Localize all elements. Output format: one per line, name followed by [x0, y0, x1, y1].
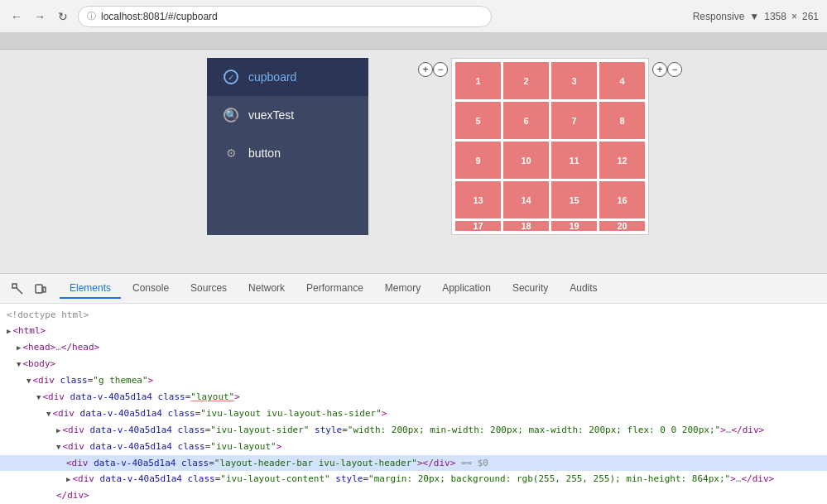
viewport-content: ✓ cupboard 🔍 vuexTest ⚙ button + −: [190, 50, 827, 273]
code-line-header-bar[interactable]: <div data-v-40a5d1a4 class="layout-heade…: [0, 455, 827, 471]
tab-elements[interactable]: Elements: [60, 279, 121, 299]
code-line-sider[interactable]: ▶<div data-v-40a5d1a4 class="ivu-layout-…: [0, 422, 827, 439]
check-circle-icon: ✓: [224, 70, 238, 84]
devtools-elements-content: <!doctype html> ▶<html> ▶<head>…</head> …: [0, 304, 827, 504]
code-body-tag: ▼<body>: [17, 357, 55, 372]
viewport-width: 1358: [764, 11, 786, 22]
tab-memory[interactable]: Memory: [375, 279, 430, 299]
grid-cell-6: 6: [503, 102, 549, 139]
grid-container: 1 2 3 4 5 6 7 8 9 10 11 12 13 14 15 16 1: [451, 58, 649, 235]
code-head-tag: ▶<head>…</head>: [17, 340, 99, 355]
code-sider: ▶<div data-v-40a5d1a4 class="ivu-layout-…: [56, 423, 764, 438]
reload-button[interactable]: ↻: [55, 8, 71, 25]
dropdown-icon[interactable]: ▼: [749, 11, 759, 22]
code-div-g: ▼<div class="g themea">: [26, 373, 153, 388]
grid-cell-11: 11: [551, 142, 597, 179]
devtools-toolbar: Elements Console Sources Network Perform…: [0, 274, 827, 304]
code-line-html[interactable]: ▶<html>: [0, 323, 827, 339]
sidebar-item-vuextest[interactable]: 🔍 vuexTest: [207, 96, 368, 134]
grid-cell-3: 3: [551, 62, 597, 99]
code-layout-content: ▶<div data-v-40a5d1a4 class="ivu-layout-…: [66, 472, 774, 487]
grid-cell-2: 2: [503, 62, 549, 99]
x-separator: ×: [791, 11, 797, 22]
sidebar-item-cupboard[interactable]: ✓ cupboard: [207, 58, 368, 96]
sidebar-item-label-vuextest: vuexTest: [248, 108, 294, 122]
grid-cell-9: 9: [455, 142, 501, 179]
grid-cell-15: 15: [551, 181, 597, 218]
address-bar[interactable]: ⓘ localhost:8081/#/cupboard: [78, 6, 492, 27]
grid-minus-right-button[interactable]: −: [667, 62, 682, 77]
code-html-tag: ▶<html>: [7, 324, 46, 338]
grid-cell-1: 1: [455, 62, 501, 99]
forward-button[interactable]: →: [31, 8, 48, 25]
tab-security[interactable]: Security: [502, 279, 558, 299]
svg-rect-2: [36, 285, 42, 293]
code-line-ivu-layout[interactable]: ▼<div data-v-40a5d1a4 class="ivu-layout …: [0, 406, 827, 422]
device-toolbar-button[interactable]: [30, 278, 51, 300]
grid-cell-5: 5: [455, 102, 501, 139]
grid-panel: + − 1 2 3 4 5 6 7 8 9 10 11 12 13: [418, 58, 682, 235]
code-line-ivu-layout2[interactable]: ▼<div data-v-40a5d1a4 class="ivu-layout"…: [0, 439, 827, 455]
code-ivu-layout: ▼<div data-v-40a5d1a4 class="ivu-layout …: [46, 406, 387, 421]
svg-rect-0: [12, 284, 17, 288]
grid-plus-left-button[interactable]: +: [418, 62, 433, 77]
code-ivu-layout2: ▼<div data-v-40a5d1a4 class="ivu-layout"…: [56, 439, 281, 454]
responsive-controls: Responsive ▼ 1358 × 261: [693, 11, 819, 22]
url-text: localhost:8081/#/cupboard: [101, 11, 218, 22]
code-close-div: </div>: [56, 488, 89, 502]
grid-cell-20: 20: [599, 221, 645, 231]
browser-chrome: ← → ↻ ⓘ localhost:8081/#/cupboard Respon…: [0, 0, 827, 33]
tab-sources[interactable]: Sources: [180, 279, 237, 299]
grid-cell-10: 10: [503, 142, 549, 179]
grid-cell-14: 14: [503, 181, 549, 218]
svg-line-1: [17, 288, 22, 294]
app-sidebar: ✓ cupboard 🔍 vuexTest ⚙ button: [207, 58, 368, 235]
code-line-body[interactable]: ▼<body>: [0, 356, 827, 372]
lock-icon: ⓘ: [87, 10, 96, 22]
sidebar-item-button[interactable]: ⚙ button: [207, 134, 368, 172]
code-line-layout-content[interactable]: ▶<div data-v-40a5d1a4 class="ivu-layout-…: [0, 471, 827, 487]
svg-rect-3: [43, 287, 46, 292]
app-window: ✓ cupboard 🔍 vuexTest ⚙ button + −: [207, 58, 682, 235]
code-line-doctype: <!doctype html>: [0, 307, 827, 323]
grid-controls-right: + −: [652, 58, 682, 77]
code-line-div-g[interactable]: ▼<div class="g themea">: [0, 372, 827, 389]
code-div-layout: ▼<div data-v-40a5d1a4 class="layout">: [36, 390, 240, 405]
grid-cell-16: 16: [599, 181, 645, 218]
inspect-element-button[interactable]: [7, 278, 28, 300]
gear-icon: ⚙: [224, 146, 238, 161]
tab-network[interactable]: Network: [238, 279, 295, 299]
sidebar-item-label-button: button: [248, 146, 281, 160]
sidebar-item-label-cupboard: cupboard: [248, 70, 296, 84]
code-line-div-layout[interactable]: ▼<div data-v-40a5d1a4 class="layout">: [0, 389, 827, 406]
left-sidebar: [0, 50, 190, 273]
code-line-close-div: </div>: [0, 487, 827, 503]
grid-minus-left-button[interactable]: −: [433, 62, 448, 77]
code-doctype: <!doctype html>: [7, 308, 89, 322]
search-icon: 🔍: [224, 108, 238, 122]
grid-cell-7: 7: [551, 102, 597, 139]
grid-cell-12: 12: [599, 142, 645, 179]
ruler-bar: [0, 33, 827, 50]
back-button[interactable]: ←: [8, 8, 25, 25]
grid-cell-4: 4: [599, 62, 645, 99]
grid-cell-8: 8: [599, 102, 645, 139]
code-header-bar: <div data-v-40a5d1a4 class="layout-heade…: [66, 456, 488, 470]
responsive-label: Responsive: [693, 11, 745, 22]
devtools-panel: Elements Console Sources Network Perform…: [0, 273, 827, 504]
tab-console[interactable]: Console: [123, 279, 179, 299]
code-line-head[interactable]: ▶<head>…</head>: [0, 339, 827, 356]
grid-controls-left: + −: [418, 58, 448, 77]
tab-application[interactable]: Application: [432, 279, 501, 299]
viewport: ✓ cupboard 🔍 vuexTest ⚙ button + −: [0, 50, 827, 273]
viewport-height: 261: [802, 11, 819, 22]
grid-plus-right-button[interactable]: +: [652, 62, 667, 77]
grid-cell-18: 18: [503, 221, 549, 231]
tab-audits[interactable]: Audits: [560, 279, 607, 299]
grid-cell-13: 13: [455, 181, 501, 218]
grid-cell-17: 17: [455, 221, 501, 231]
tab-performance[interactable]: Performance: [296, 279, 373, 299]
grid-cell-19: 19: [551, 221, 597, 231]
